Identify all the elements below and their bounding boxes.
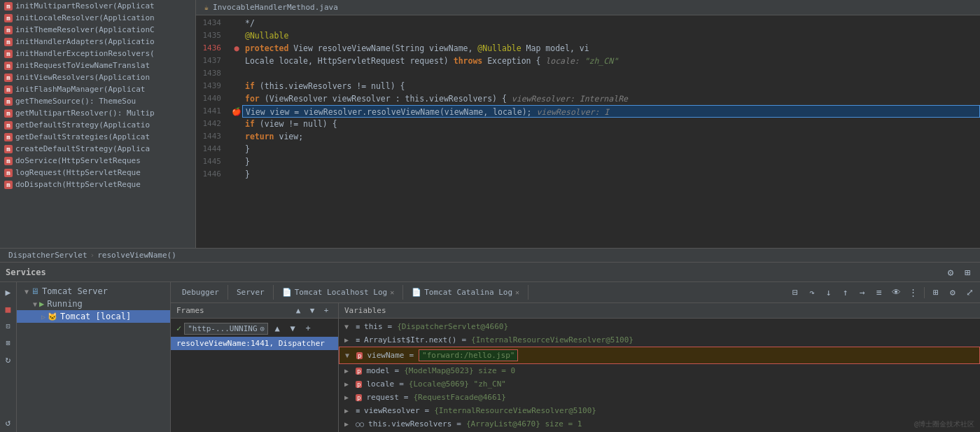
breadcrumb-part2[interactable]: resolveViewName()	[97, 251, 176, 260]
variable-item[interactable]: ▼≡this = {DispatcherServlet@4660}	[339, 320, 980, 333]
step-out-icon[interactable]: ↑	[838, 285, 853, 300]
variable-item[interactable]: ▶plocale = {Locale@5069} "zh_CN"	[339, 377, 980, 391]
breadcrumb-part1[interactable]: DispatcherServlet	[8, 251, 88, 260]
tab-localhost-icon: 📄	[282, 288, 292, 297]
tab-catalina-close[interactable]: ✕	[515, 288, 519, 296]
variable-item[interactable]: ▶pmodel = {ModelMap@5023} size = 0	[339, 364, 980, 377]
var-type-icon: p	[356, 352, 363, 359]
var-expand-arrow[interactable]: ▶	[344, 367, 353, 375]
var-equals: =	[461, 335, 466, 344]
tab-tomcat-localhost[interactable]: 📄 Tomcat Localhost Log ✕	[274, 285, 403, 300]
restore-icon[interactable]: ⊟	[788, 285, 803, 300]
tree-server[interactable]: ▼ 🖥 Tomcat Server	[17, 285, 170, 298]
editor-tab[interactable]: ☕ InvocableHandlerMethod.java	[196, 0, 980, 15]
method-item[interactable]: mgetThemeSource(): ThemeSou	[0, 95, 195, 107]
var-expand-arrow[interactable]: ▶	[344, 393, 353, 401]
method-item[interactable]: minitHandlerAdapters(Applicatio	[0, 36, 195, 48]
more-icon[interactable]: ⋮	[905, 285, 920, 300]
method-label: initViewResolvers(Application	[15, 73, 150, 82]
action6-icon[interactable]: ↺	[1, 415, 15, 429]
tab-server[interactable]: Server	[228, 285, 274, 300]
code-line: for (ViewResolver viewResolver : this.vi…	[242, 92, 980, 105]
watch-icon[interactable]: 👁	[888, 285, 904, 300]
method-item[interactable]: minitLocaleResolver(Application	[0, 12, 195, 24]
var-expand-arrow[interactable]: ▶	[344, 380, 353, 388]
line-numbers: 1434143514361437143814391440144114421443…	[196, 15, 231, 248]
var-expand-arrow[interactable]: ▶	[344, 420, 353, 428]
method-item[interactable]: mdoDispatch(HttpServletReque	[0, 179, 195, 190]
thread-add-icon[interactable]: +	[302, 322, 314, 335]
method-item[interactable]: mdoService(HttpServletReques	[0, 155, 195, 167]
thread-down-icon[interactable]: ▼	[286, 322, 299, 335]
tab-debugger[interactable]: Debugger	[174, 285, 228, 300]
code-lines[interactable]: */@Nullableprotected View resolveViewNam…	[242, 15, 980, 248]
thread-dropdown[interactable]: "http-...UNNING ⊙	[184, 323, 268, 335]
stop-icon[interactable]: ■	[1, 302, 15, 316]
var-type-icon: ○○	[356, 420, 364, 428]
gutter-item	[231, 118, 242, 130]
step-into-icon[interactable]: ↓	[821, 285, 836, 300]
tree-running[interactable]: ▼ ▶ Running	[17, 298, 170, 310]
var-expand-arrow[interactable]: ▼	[345, 351, 354, 359]
tab-localhost-close[interactable]: ✕	[390, 288, 394, 296]
method-item[interactable]: mgetMultipartResolver(): Multip	[0, 107, 195, 119]
layout-icon[interactable]: ⊞	[960, 265, 974, 279]
tree-tomcat-local[interactable]: ▷ 🐱 Tomcat [local]	[17, 310, 170, 323]
method-item[interactable]: minitViewResolvers(Application	[0, 71, 195, 83]
method-item[interactable]: minitFlashMapManager(Applicat	[0, 83, 195, 95]
tree-arrow-running: ▼	[31, 300, 39, 308]
method-label: getDefaultStrategies(Applicat	[15, 132, 150, 141]
line-number: 1434	[196, 17, 225, 29]
method-icon: m	[4, 97, 13, 106]
method-icon: m	[4, 85, 13, 94]
resume-icon[interactable]: ▶	[1, 285, 15, 299]
method-item[interactable]: minitThemeResolver(ApplicationC	[0, 24, 195, 36]
run-cursor-icon[interactable]: →	[855, 285, 870, 300]
evaluate-icon[interactable]: ≡	[872, 285, 887, 300]
gear-icon[interactable]: ⚙	[945, 285, 960, 300]
grid-icon[interactable]: ⊞	[928, 285, 944, 300]
action3-icon[interactable]: ⊡	[1, 319, 15, 333]
method-label: doDispatch(HttpServletReque	[15, 180, 141, 189]
var-expand-arrow[interactable]: ▶	[344, 336, 353, 344]
variable-item[interactable]: ▼pviewName = "forward:/hello.jsp"	[339, 347, 980, 364]
expand-icon[interactable]: ⤢	[962, 285, 977, 300]
line-number: 1435	[196, 29, 225, 42]
frames-up-icon[interactable]: ▲	[292, 305, 304, 317]
action4-icon[interactable]: ⊠	[1, 335, 15, 349]
var-expand-arrow[interactable]: ▶	[344, 407, 353, 414]
method-icon: m	[4, 181, 13, 189]
method-icon: m	[4, 74, 13, 82]
variable-item[interactable]: ▶≡ArrayList$Itr.next() = {InternalResour…	[339, 333, 980, 347]
frame-item[interactable]: resolveViewName:1441, Dispatcher	[171, 337, 338, 350]
method-icon: m	[4, 62, 13, 70]
tree-arrow-server: ▼	[22, 288, 31, 295]
method-label: initFlashMapManager(Applicat	[15, 85, 145, 94]
left-action-bar: ▶ ■ ⊡ ⊠ ↻ ↺	[0, 282, 17, 432]
gutter: ●🍎	[231, 15, 242, 248]
variable-item[interactable]: ▶≡viewResolver = {InternalResourceViewRe…	[339, 404, 980, 417]
method-item[interactable]: mlogRequest(HttpServletReque	[0, 167, 195, 179]
frames-add-icon[interactable]: +	[320, 305, 332, 317]
var-value: "forward:/hello.jsp"	[419, 349, 518, 361]
method-item[interactable]: mgetDefaultStrategy(Applicatio	[0, 119, 195, 131]
variable-item[interactable]: ▶prequest = {RequestFacade@4661}	[339, 391, 980, 404]
method-item[interactable]: minitRequestToViewNameTranslat	[0, 60, 195, 71]
var-type-icon: p	[356, 394, 362, 401]
settings-icon[interactable]: ⚙	[944, 265, 958, 279]
action5-icon[interactable]: ↻	[1, 352, 15, 366]
var-expand-arrow[interactable]: ▼	[344, 323, 353, 330]
method-item[interactable]: minitHandlerExceptionResolvers(	[0, 48, 195, 60]
method-item[interactable]: mcreateDefaultStrategy(Applica	[0, 143, 195, 155]
method-item[interactable]: minitMultipartResolver(Applicat	[0, 0, 195, 12]
frames-down-icon[interactable]: ▼	[306, 305, 318, 317]
tab-catalina[interactable]: 📄 Tomcat Catalina Log ✕	[403, 285, 528, 300]
gutter-item	[231, 80, 242, 92]
var-type-icon: ≡	[356, 336, 360, 344]
variable-item[interactable]: ▶○○this.viewResolvers = {ArrayList@4670}…	[339, 417, 980, 431]
step-over-icon[interactable]: ↷	[804, 285, 820, 300]
thread-up-icon[interactable]: ▲	[271, 322, 284, 335]
method-item[interactable]: mgetDefaultStrategies(Applicat	[0, 131, 195, 143]
variables-list: ▼≡this = {DispatcherServlet@4660}▶≡Array…	[339, 319, 980, 432]
method-label: initHandlerExceptionResolvers(	[15, 49, 155, 58]
